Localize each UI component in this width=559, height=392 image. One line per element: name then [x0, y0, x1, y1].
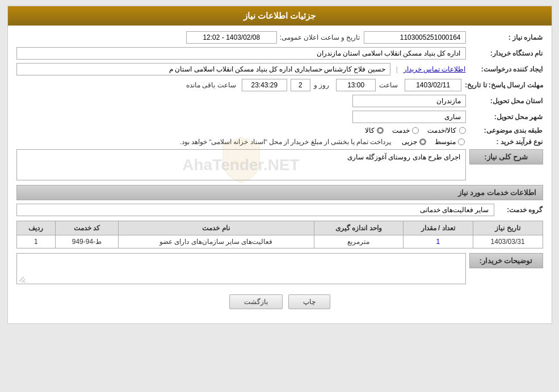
process-radio-group: متوسط جزیی — [402, 138, 465, 146]
tarikh-label: تاریخ و ساعت اعلان عمومی: — [280, 33, 360, 41]
sharh-value: اجرای طرح هادی روستای آغوزگله ساری — [347, 153, 461, 161]
process-label: نوع فرآیند خرید : — [469, 138, 543, 146]
btn-chap[interactable]: چاپ — [288, 294, 330, 309]
saat-label: ساعت — [379, 81, 398, 89]
goroh-value: سایر فعالیت‌های خدماتی — [16, 204, 494, 216]
goroh-label: گروه خدمت: — [498, 206, 543, 214]
footer-buttons: چاپ بازگشت — [16, 288, 543, 318]
radio-kala-khedmat-label: کالا/خدمت — [427, 127, 456, 134]
shomara-value: 1103005251000164 — [364, 31, 466, 44]
row-sharh: شرح کلی نیاز: AhaTender.NET اجرای طرح ها… — [16, 149, 543, 180]
btn-bazgasht[interactable]: بازگشت — [229, 294, 283, 309]
dastgah-label: نام دستگاه خریدار: — [469, 49, 543, 57]
radio-jozi-circle — [419, 138, 426, 145]
services-table: تاریخ نیاز تعداد / مقدار واحد اندازه گیر… — [16, 221, 543, 248]
col-naam: نام خدمت — [118, 221, 314, 235]
col-vahed: واحد اندازه گیری — [314, 221, 403, 235]
cell-kod: ط-94-949 — [56, 235, 119, 248]
shahr-label: شهر محل تحویل: — [469, 113, 543, 121]
cell-tedad: 1 — [403, 235, 473, 248]
mande-label: ساعت باقی مانده — [186, 81, 236, 89]
radio-kala-label: کالا — [365, 127, 375, 134]
saat-value: 13:00 — [336, 79, 376, 91]
ijad-link[interactable]: اطلاعات تماس خریدار — [404, 65, 466, 73]
dastgah-value: اداره کل بنیاد مسکن انقلاب اسلامی استان … — [16, 47, 466, 60]
cell-tarikh: 1403/03/31 — [473, 235, 543, 248]
row-ostan: استان محل تحویل: مازندران — [16, 95, 543, 107]
radio-khedmat-circle — [412, 127, 419, 134]
col-radif: ردیف — [16, 221, 56, 235]
ostan-value: مازندران — [352, 95, 466, 107]
row-ijad: ایجاد کننده درخواست: اطلاعات تماس خریدار… — [16, 63, 543, 75]
radio-jozi-item[interactable]: جزیی — [402, 138, 426, 146]
row-tawzih: توضیحات خریدار: — [16, 253, 543, 284]
radio-kala-circle — [377, 127, 384, 134]
tabaqe-radio-group: کالا/خدمت خدمت کالا — [365, 127, 465, 134]
table-header-row: تاریخ نیاز تعداد / مقدار واحد اندازه گیر… — [16, 221, 543, 235]
resize-icon — [18, 276, 25, 283]
mohlat-label: مهلت ارسال پاسخ: تا تاریخ: — [465, 81, 543, 89]
radio-kala-khedmat-item[interactable]: کالا/خدمت — [427, 127, 465, 134]
row-dastgah: نام دستگاه خریدار: اداره کل بنیاد مسکن ا… — [16, 47, 543, 60]
tabaqe-label: طبقه بندی موضوعی: — [469, 127, 543, 134]
row-shahr: شهر محل تحویل: ساری — [16, 111, 543, 123]
tawzih-container — [16, 253, 466, 284]
col-tarikh: تاریخ نیاز — [473, 221, 543, 235]
radio-motavaset-circle — [458, 138, 465, 145]
sharh-container: AhaTender.NET اجرای طرح هادی روستای آغوز… — [16, 149, 466, 180]
process-notice: پرداخت تمام یا بخشی از مبلغ خریدار از مح… — [16, 138, 392, 146]
radio-motavaset-label: متوسط — [435, 138, 456, 146]
rooz-value: 2 — [291, 79, 310, 91]
services-table-section: تاریخ نیاز تعداد / مقدار واحد اندازه گیر… — [16, 221, 543, 248]
radio-kala-khedmat-circle — [459, 127, 466, 134]
khadamat-header: اطلاعات خدمات مورد نیاز — [16, 185, 543, 200]
radio-khedmat-label: خدمت — [392, 127, 410, 134]
content-area: شماره نیاز : 1103005251000164 تاریخ و سا… — [8, 26, 552, 323]
sharh-label: شرح کلی نیاز: — [469, 149, 543, 165]
col-tedad: تعداد / مقدار — [403, 221, 473, 235]
radio-khedmat-item[interactable]: خدمت — [392, 127, 419, 134]
row-tabaqe: طبقه بندی موضوعی: کالا/خدمت خدمت کالا — [16, 127, 543, 134]
ijad-value: حسین فلاح کارشناس حسابداری اداره کل بنیا… — [16, 63, 390, 75]
shield-watermark-icon — [218, 134, 264, 186]
row-shomara: شماره نیاز : 1103005251000164 تاریخ و سا… — [16, 31, 543, 44]
page-title: جزئیات اطلاعات نیاز — [243, 11, 316, 20]
row-goroh: گروه خدمت: سایر فعالیت‌های خدماتی — [16, 204, 543, 216]
ostan-label: استان محل تحویل: — [469, 97, 543, 105]
page-header: جزئیات اطلاعات نیاز — [8, 6, 552, 26]
radio-kala-item[interactable]: کالا — [365, 127, 384, 134]
rooz-label: روز و — [314, 81, 329, 89]
date-box: 1403/02/11 — [405, 79, 461, 91]
radio-motavaset-item[interactable]: متوسط — [435, 138, 465, 146]
cell-radif: 1 — [16, 235, 56, 248]
shomara-label: شماره نیاز : — [469, 33, 543, 41]
row-process: نوع فرآیند خرید : متوسط جزیی پرداخت تمام… — [16, 138, 543, 146]
row-mohlat: مهلت ارسال پاسخ: تا تاریخ: 1403/02/11 سا… — [16, 79, 543, 91]
cell-naam: فعالیت‌های سایر سازمان‌های دارای عضو — [118, 235, 314, 248]
col-kod: کد خدمت — [56, 221, 119, 235]
tawzih-label: توضیحات خریدار: — [469, 253, 543, 268]
tarikh-value: 1403/02/08 - 12:02 — [186, 31, 277, 44]
ijad-label: ایجاد کننده درخواست: — [469, 65, 543, 73]
cell-vahed: مترمربع — [314, 235, 403, 248]
table-row: 1403/03/31 1 مترمربع فعالیت‌های سایر ساز… — [16, 235, 543, 248]
main-container: جزئیات اطلاعات نیاز شماره نیاز : 1103005… — [7, 6, 552, 324]
tarikh-group: تاریخ و ساعت اعلان عمومی: 1403/02/08 - 1… — [16, 31, 360, 44]
radio-jozi-label: جزیی — [402, 138, 417, 146]
shahr-value: ساری — [352, 111, 466, 123]
mande-value: 23:43:29 — [242, 79, 287, 91]
